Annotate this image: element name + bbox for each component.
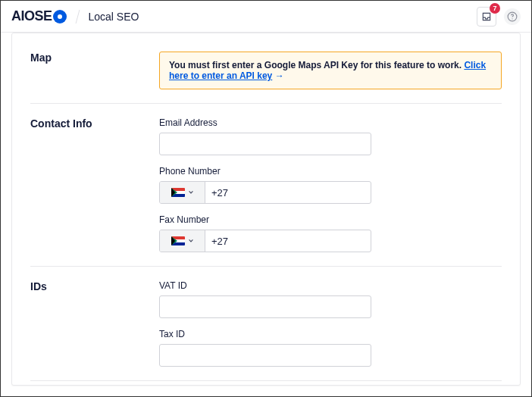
inbox-icon bbox=[481, 11, 492, 22]
flag-za-icon bbox=[171, 236, 185, 245]
phone-input-group: +27 bbox=[159, 181, 371, 204]
vat-label: VAT ID bbox=[159, 280, 502, 291]
help-button[interactable] bbox=[504, 8, 521, 25]
section-label-contact: Contact Info bbox=[30, 117, 159, 252]
section-label-map: Map bbox=[30, 52, 159, 89]
section-body-ids: VAT ID Tax ID bbox=[159, 280, 502, 367]
section-payment: Payment Info Price Indicator Select a pr… bbox=[30, 381, 502, 386]
help-icon bbox=[507, 11, 518, 22]
tax-label: Tax ID bbox=[159, 329, 502, 339]
divider bbox=[75, 10, 80, 23]
email-input[interactable] bbox=[159, 133, 371, 155]
fax-input-group: +27 bbox=[159, 230, 371, 252]
fax-dial-code[interactable]: +27 bbox=[205, 230, 371, 252]
phone-dial-code[interactable]: +27 bbox=[205, 182, 371, 203]
fax-label: Fax Number bbox=[159, 214, 502, 225]
arrow-right-icon: → bbox=[275, 70, 284, 81]
notification-badge: 7 bbox=[490, 3, 500, 14]
content-area: Map You must first enter a Google Maps A… bbox=[1, 33, 531, 396]
app-header: AIOSE Local SEO 7 bbox=[1, 1, 531, 33]
chevron-down-icon bbox=[188, 189, 194, 195]
fax-country-selector[interactable] bbox=[160, 230, 205, 252]
section-map: Map You must first enter a Google Maps A… bbox=[30, 38, 502, 104]
header-left: AIOSE Local SEO bbox=[11, 8, 139, 24]
svg-point-1 bbox=[512, 18, 512, 19]
section-body-contact: Email Address Phone Number +27 Fax Numbe… bbox=[159, 117, 502, 252]
phone-country-selector[interactable] bbox=[160, 182, 205, 203]
field-fax: Fax Number +27 bbox=[159, 214, 502, 252]
alert-text: You must first enter a Google Maps API K… bbox=[169, 60, 462, 70]
phone-label: Phone Number bbox=[159, 166, 502, 177]
section-ids: IDs VAT ID Tax ID bbox=[30, 267, 502, 381]
logo: AIOSE bbox=[11, 8, 67, 24]
logo-gear-icon bbox=[53, 10, 67, 23]
page-title: Local SEO bbox=[89, 11, 139, 23]
section-contact: Contact Info Email Address Phone Number … bbox=[30, 104, 502, 267]
field-email: Email Address bbox=[159, 117, 502, 155]
field-phone: Phone Number +27 bbox=[159, 166, 502, 204]
notifications-button[interactable]: 7 bbox=[477, 7, 496, 27]
chevron-down-icon bbox=[188, 238, 194, 244]
field-vat: VAT ID bbox=[159, 280, 502, 318]
section-label-ids: IDs bbox=[30, 280, 159, 367]
flag-za-icon bbox=[171, 188, 185, 197]
tax-input[interactable] bbox=[159, 344, 371, 367]
map-api-alert: You must first enter a Google Maps API K… bbox=[159, 52, 502, 89]
logo-text: AIOSE bbox=[11, 8, 52, 24]
header-right: 7 bbox=[477, 7, 521, 27]
settings-card: Map You must first enter a Google Maps A… bbox=[11, 33, 521, 386]
field-tax: Tax ID bbox=[159, 329, 502, 367]
email-label: Email Address bbox=[159, 117, 502, 128]
vat-input[interactable] bbox=[159, 295, 371, 318]
section-body-map: You must first enter a Google Maps API K… bbox=[159, 52, 502, 89]
